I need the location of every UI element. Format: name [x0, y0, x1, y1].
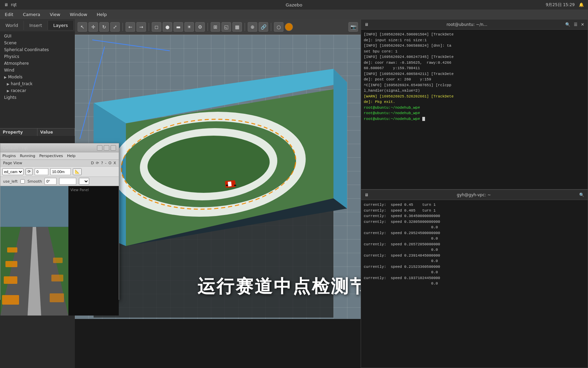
tool-sphere[interactable]: ●	[163, 22, 172, 32]
svg-rect-25	[51, 275, 63, 281]
rqt-cam-select[interactable]: ed_cam	[2, 168, 23, 175]
rqt-title: Default - rqt	[3, 145, 28, 150]
tree-atmosphere[interactable]: Atmosphere	[0, 60, 75, 67]
svg-rect-20	[7, 247, 17, 252]
menu-edit[interactable]: Edit	[3, 11, 15, 18]
rqt-smooth-label: Smooth	[28, 179, 42, 184]
menu-camera[interactable]: Camera	[21, 11, 42, 18]
term2-search-icon[interactable]: 🔍	[579, 193, 584, 197]
tree-lights[interactable]: Lights	[0, 94, 75, 101]
svg-rect-23	[2, 295, 19, 305]
tree-scene[interactable]: Scene	[0, 40, 75, 46]
term1-line-4: set bpu core: 1	[364, 49, 585, 55]
tool-link[interactable]: ⊕	[248, 22, 257, 32]
term2-title: gyh@gyh-vpc: ~	[372, 193, 576, 197]
term1-line-7: 60.600067 y:159.780411	[364, 65, 585, 71]
rqt-pageview-label: Page View D ⟳ ? - O X	[0, 160, 119, 167]
rqt-use-left-label: use_left	[3, 179, 18, 184]
rqt-refresh-icon[interactable]: ⟳	[96, 161, 99, 165]
term1-line-10: ^C[INFO] [1695626924.654907651] [rclcpp	[364, 82, 585, 88]
tool-redo[interactable]: →	[136, 22, 146, 32]
tool-box[interactable]: ◻	[152, 22, 161, 32]
term1-line-13: de]: Pkg exit.	[364, 99, 585, 105]
term1-titlebar: 🖥 root@ubuntu: ~/n... 🔍 ☰ ✕	[361, 19, 588, 30]
tool-rotate[interactable]: ↻	[99, 22, 109, 32]
camera-preview-svg	[0, 186, 68, 316]
gazebo-title: Gazebo	[285, 2, 302, 7]
term2-body: currently: speed 0.45 turn 1 currently: …	[361, 200, 588, 368]
tool-record[interactable]: ○	[274, 22, 283, 32]
svg-rect-12	[228, 182, 231, 187]
rqt-menu-running[interactable]: Running	[20, 154, 35, 158]
rqt-angle-input[interactable]	[45, 178, 56, 185]
term2-line-11: 0.0	[364, 258, 585, 264]
tool-grid[interactable]: ⊞	[211, 22, 220, 32]
tree-wind[interactable]: Wind	[0, 67, 75, 74]
tool-scale[interactable]: ⤢	[110, 22, 120, 32]
rqt-distance-input[interactable]	[50, 168, 71, 175]
tool-light[interactable]: ☀	[184, 22, 194, 32]
tree-gui[interactable]: GUI	[0, 33, 75, 40]
tool-cylinder[interactable]: ▬	[174, 22, 183, 32]
tool-overlay[interactable]: ◱	[222, 22, 231, 32]
tool-color[interactable]	[285, 23, 293, 31]
svg-rect-24	[53, 258, 63, 263]
rqt-help-icon[interactable]: ?	[101, 161, 103, 165]
tool-mesh[interactable]: ⚙	[195, 22, 205, 32]
rqt-frame-input[interactable]	[35, 168, 48, 175]
svg-rect-26	[50, 293, 64, 302]
tree-panel: GUI Scene Spherical Coordinates Physics …	[0, 31, 75, 102]
tree-physics[interactable]: Physics	[0, 53, 75, 60]
tab-insert[interactable]: Insert	[24, 21, 48, 30]
term1-menu-icon[interactable]: ☰	[574, 22, 577, 27]
term1-search-icon[interactable]: 🔍	[565, 22, 570, 27]
tool-joint[interactable]: 🔗	[259, 22, 268, 32]
tool-wireframe[interactable]: ▦	[232, 22, 242, 32]
rqt-close[interactable]: ✕	[111, 145, 116, 151]
rqt-minimize[interactable]: ─	[97, 145, 102, 151]
rqt-panel-label: View Panel	[70, 187, 117, 193]
term2-line-12: currently: speed 0.21523360500000	[364, 264, 585, 270]
term1-line-6: de]: coor rawx: -0.185625, rawy:0.4266	[364, 60, 585, 66]
term1-line-15: root@ubuntu:~/nodehub_wp#	[364, 110, 585, 116]
menu-help[interactable]: Help	[95, 11, 109, 18]
toolbar: ↖ ✛ ↻ ⤢ ← → ◻ ● ▬ ☀ ⚙ ⊞ ◱ ▦ ⊕ 🔗 ○ 📷	[75, 19, 361, 35]
rqt-extra-select[interactable]	[79, 178, 89, 185]
tree-models[interactable]: ▶ Models	[0, 74, 75, 80]
tab-layers[interactable]: Layers	[48, 21, 74, 30]
term2-line-10: currently: speed 0.23914845000000	[364, 253, 585, 259]
rqt-refresh-btn[interactable]: ⟳	[26, 168, 33, 175]
rqt-nav-btn[interactable]: 📐	[73, 168, 82, 175]
prop-header-value: Value	[37, 128, 75, 136]
tab-world[interactable]: World	[0, 21, 24, 30]
term2-line-2: currently: speed 0.405 turn 1	[364, 208, 585, 214]
tree-spherical[interactable]: Spherical Coordinates	[0, 46, 75, 53]
term1-icon: 🖥	[364, 22, 369, 27]
term2-titlebar: 🖥 gyh@gyh-vpc: ~ 🔍	[361, 190, 588, 200]
term2-line-7: 0.0	[364, 236, 585, 242]
rqt-extra-input[interactable]	[59, 178, 76, 185]
bell-icon[interactable]: 🔔	[579, 2, 584, 7]
menu-window[interactable]: Window	[68, 11, 89, 18]
rqt-menu-perspectives[interactable]: Perspectives	[39, 154, 63, 158]
tool-translate[interactable]: ✛	[88, 22, 98, 32]
terminal-2: 🖥 gyh@gyh-vpc: ~ 🔍 currently: speed 0.45…	[361, 189, 588, 368]
tool-undo[interactable]: ←	[126, 22, 135, 32]
tool-select[interactable]: ↖	[78, 22, 87, 32]
rqt-smooth-check[interactable]	[20, 179, 25, 184]
term2-line-6: currently: speed 0.29524500000000	[364, 230, 585, 236]
rqt-menu-help[interactable]: Help	[67, 154, 76, 158]
tree-hard-track[interactable]: ▶ hard_track	[0, 80, 75, 87]
term1-close-icon[interactable]: ✕	[581, 22, 584, 27]
rqt-maximize[interactable]: □	[104, 145, 109, 151]
rqt-menu-plugins[interactable]: Plugins	[2, 154, 16, 158]
tree-racecar[interactable]: ▶ racecar	[0, 87, 75, 94]
term2-line-15: 0.0	[364, 281, 585, 287]
term2-line-8: currently: speed 0.26572050000000	[364, 242, 585, 247]
tab-bar: World Insert Layers	[0, 19, 75, 31]
terminal-1: 🖥 root@ubuntu: ~/n... 🔍 ☰ ✕ [INFO] [1695…	[361, 19, 588, 189]
rqt-toolbar: ed_cam ⟳ 📐	[0, 167, 119, 177]
tool-camera[interactable]: 📷	[348, 22, 358, 32]
rqt-x-btn[interactable]: X	[113, 161, 116, 165]
menu-view[interactable]: View	[48, 11, 62, 18]
